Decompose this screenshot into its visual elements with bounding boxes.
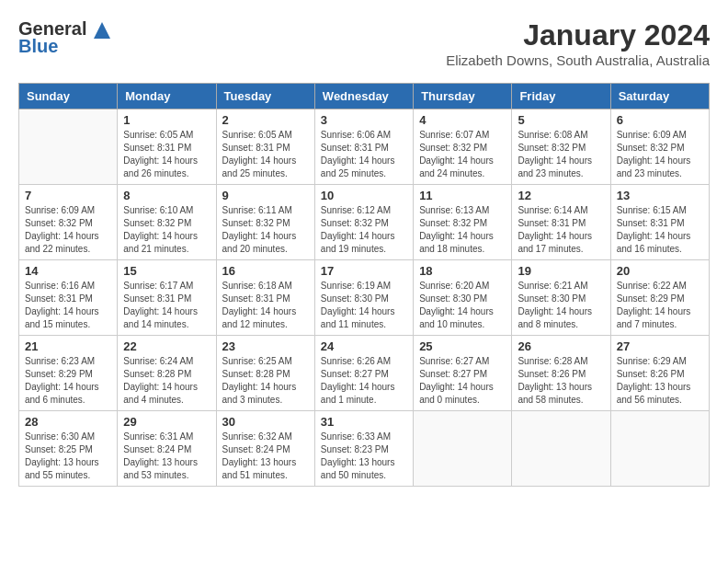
day-number: 14 <box>25 264 111 278</box>
week-row-2: 7Sunrise: 6:09 AMSunset: 8:32 PMDaylight… <box>19 185 710 260</box>
day-number: 21 <box>25 339 111 353</box>
day-number: 20 <box>617 264 703 278</box>
day-info: Sunrise: 6:22 AMSunset: 8:29 PMDaylight:… <box>617 280 703 331</box>
weekday-sunday: Sunday <box>19 84 118 109</box>
day-info: Sunrise: 6:11 AMSunset: 8:32 PMDaylight:… <box>222 204 309 256</box>
day-cell: 9Sunrise: 6:11 AMSunset: 8:32 PMDaylight… <box>216 185 314 260</box>
day-cell: 22Sunrise: 6:24 AMSunset: 8:28 PMDayligh… <box>118 336 216 411</box>
day-cell: 18Sunrise: 6:20 AMSunset: 8:30 PMDayligh… <box>414 260 512 336</box>
day-info: Sunrise: 6:29 AMSunset: 8:26 PMDaylight:… <box>617 355 703 407</box>
day-cell: 5Sunrise: 6:08 AMSunset: 8:32 PMDaylight… <box>512 109 610 185</box>
week-row-4: 21Sunrise: 6:23 AMSunset: 8:29 PMDayligh… <box>19 336 710 411</box>
weekday-wednesday: Wednesday <box>314 84 413 109</box>
day-number: 8 <box>123 189 210 202</box>
day-number: 18 <box>419 264 506 278</box>
weekday-friday: Friday <box>512 84 610 109</box>
month-title: January 2024 <box>446 18 710 52</box>
day-cell: 28Sunrise: 6:30 AMSunset: 8:25 PMDayligh… <box>19 411 118 487</box>
day-cell: 13Sunrise: 6:15 AMSunset: 8:31 PMDayligh… <box>610 185 709 260</box>
day-info: Sunrise: 6:07 AMSunset: 8:32 PMDaylight:… <box>419 129 506 180</box>
day-number: 7 <box>25 189 111 202</box>
day-number: 24 <box>321 339 407 353</box>
day-info: Sunrise: 6:09 AMSunset: 8:32 PMDaylight:… <box>25 204 111 256</box>
calendar-body: 1Sunrise: 6:05 AMSunset: 8:31 PMDaylight… <box>19 109 710 487</box>
day-info: Sunrise: 6:10 AMSunset: 8:32 PMDaylight:… <box>123 204 210 256</box>
day-info: Sunrise: 6:16 AMSunset: 8:31 PMDaylight:… <box>25 280 111 331</box>
day-number: 12 <box>518 189 604 202</box>
day-number: 30 <box>222 415 309 429</box>
weekday-thursday: Thursday <box>414 84 512 109</box>
day-cell <box>414 411 512 487</box>
day-info: Sunrise: 6:30 AMSunset: 8:25 PMDaylight:… <box>25 431 111 482</box>
day-info: Sunrise: 6:19 AMSunset: 8:30 PMDaylight:… <box>321 280 407 331</box>
day-info: Sunrise: 6:12 AMSunset: 8:32 PMDaylight:… <box>321 204 407 256</box>
day-info: Sunrise: 6:28 AMSunset: 8:26 PMDaylight:… <box>518 355 604 407</box>
day-info: Sunrise: 6:18 AMSunset: 8:31 PMDaylight:… <box>222 280 309 331</box>
day-number: 23 <box>222 339 309 353</box>
day-cell: 4Sunrise: 6:07 AMSunset: 8:32 PMDaylight… <box>414 109 512 185</box>
day-cell: 27Sunrise: 6:29 AMSunset: 8:26 PMDayligh… <box>610 336 709 411</box>
day-cell: 29Sunrise: 6:31 AMSunset: 8:24 PMDayligh… <box>118 411 216 487</box>
location-subtitle: Elizabeth Downs, South Australia, Austra… <box>446 52 710 68</box>
day-info: Sunrise: 6:24 AMSunset: 8:28 PMDaylight:… <box>123 355 210 407</box>
weekday-saturday: Saturday <box>610 84 709 109</box>
day-cell: 2Sunrise: 6:05 AMSunset: 8:31 PMDaylight… <box>216 109 314 185</box>
day-cell: 14Sunrise: 6:16 AMSunset: 8:31 PMDayligh… <box>19 260 118 336</box>
day-info: Sunrise: 6:14 AMSunset: 8:31 PMDaylight:… <box>518 204 604 256</box>
day-info: Sunrise: 6:05 AMSunset: 8:31 PMDaylight:… <box>123 129 210 180</box>
logo-icon <box>94 22 110 39</box>
day-cell: 6Sunrise: 6:09 AMSunset: 8:32 PMDaylight… <box>610 109 709 185</box>
day-info: Sunrise: 6:08 AMSunset: 8:32 PMDaylight:… <box>518 129 604 180</box>
day-number: 19 <box>518 264 604 278</box>
day-info: Sunrise: 6:32 AMSunset: 8:24 PMDaylight:… <box>222 431 309 482</box>
day-cell <box>19 109 118 185</box>
day-cell <box>610 411 709 487</box>
day-number: 10 <box>321 189 407 202</box>
day-cell: 25Sunrise: 6:27 AMSunset: 8:27 PMDayligh… <box>414 336 512 411</box>
day-number: 31 <box>321 415 407 429</box>
weekday-monday: Monday <box>118 84 216 109</box>
day-number: 25 <box>419 339 506 353</box>
day-cell: 3Sunrise: 6:06 AMSunset: 8:31 PMDaylight… <box>314 109 413 185</box>
week-row-3: 14Sunrise: 6:16 AMSunset: 8:31 PMDayligh… <box>19 260 710 336</box>
day-info: Sunrise: 6:05 AMSunset: 8:31 PMDaylight:… <box>222 129 309 180</box>
day-cell: 10Sunrise: 6:12 AMSunset: 8:32 PMDayligh… <box>314 185 413 260</box>
day-info: Sunrise: 6:06 AMSunset: 8:31 PMDaylight:… <box>321 129 407 180</box>
weekday-header-row: SundayMondayTuesdayWednesdayThursdayFrid… <box>19 84 710 109</box>
day-cell: 19Sunrise: 6:21 AMSunset: 8:30 PMDayligh… <box>512 260 610 336</box>
day-number: 3 <box>321 113 407 127</box>
day-info: Sunrise: 6:31 AMSunset: 8:24 PMDaylight:… <box>123 431 210 482</box>
day-info: Sunrise: 6:27 AMSunset: 8:27 PMDaylight:… <box>419 355 506 407</box>
day-number: 11 <box>419 189 506 202</box>
day-number: 5 <box>518 113 604 127</box>
day-cell: 8Sunrise: 6:10 AMSunset: 8:32 PMDaylight… <box>118 185 216 260</box>
day-number: 16 <box>222 264 309 278</box>
day-number: 4 <box>419 113 506 127</box>
day-cell: 16Sunrise: 6:18 AMSunset: 8:31 PMDayligh… <box>216 260 314 336</box>
calendar-table: SundayMondayTuesdayWednesdayThursdayFrid… <box>18 83 710 487</box>
day-number: 2 <box>222 113 309 127</box>
svg-marker-0 <box>94 22 110 39</box>
day-cell: 30Sunrise: 6:32 AMSunset: 8:24 PMDayligh… <box>216 411 314 487</box>
day-info: Sunrise: 6:09 AMSunset: 8:32 PMDaylight:… <box>617 129 703 180</box>
day-cell <box>512 411 610 487</box>
day-cell: 21Sunrise: 6:23 AMSunset: 8:29 PMDayligh… <box>19 336 118 411</box>
day-info: Sunrise: 6:17 AMSunset: 8:31 PMDaylight:… <box>123 280 210 331</box>
day-info: Sunrise: 6:21 AMSunset: 8:30 PMDaylight:… <box>518 280 604 331</box>
day-number: 13 <box>617 189 703 202</box>
day-number: 6 <box>617 113 703 127</box>
day-cell: 31Sunrise: 6:33 AMSunset: 8:23 PMDayligh… <box>314 411 413 487</box>
day-info: Sunrise: 6:33 AMSunset: 8:23 PMDaylight:… <box>321 431 407 482</box>
day-number: 29 <box>123 415 210 429</box>
day-cell: 23Sunrise: 6:25 AMSunset: 8:28 PMDayligh… <box>216 336 314 411</box>
day-info: Sunrise: 6:25 AMSunset: 8:28 PMDaylight:… <box>222 355 309 407</box>
day-number: 27 <box>617 339 703 353</box>
day-cell: 17Sunrise: 6:19 AMSunset: 8:30 PMDayligh… <box>314 260 413 336</box>
day-cell: 1Sunrise: 6:05 AMSunset: 8:31 PMDaylight… <box>118 109 216 185</box>
day-info: Sunrise: 6:15 AMSunset: 8:31 PMDaylight:… <box>617 204 703 256</box>
week-row-1: 1Sunrise: 6:05 AMSunset: 8:31 PMDaylight… <box>19 109 710 185</box>
day-number: 22 <box>123 339 210 353</box>
logo-blue: Blue <box>18 36 58 57</box>
day-info: Sunrise: 6:20 AMSunset: 8:30 PMDaylight:… <box>419 280 506 331</box>
day-number: 26 <box>518 339 604 353</box>
